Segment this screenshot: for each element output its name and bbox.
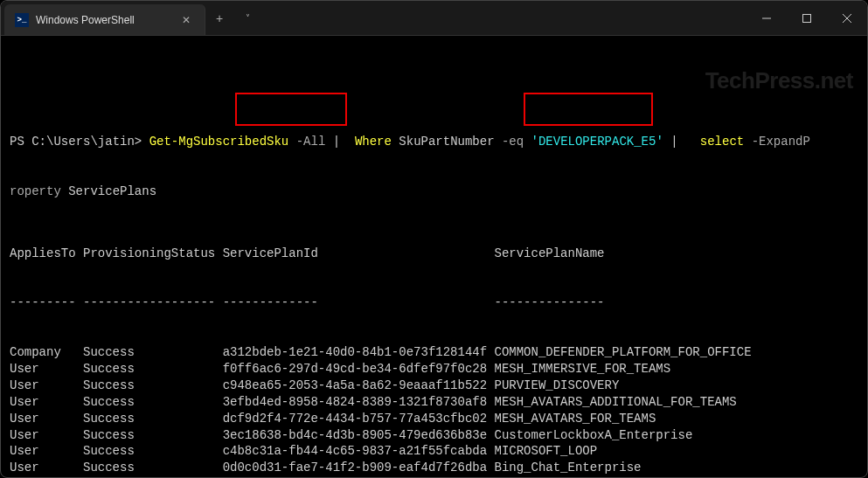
tab-close-button[interactable]: ✕ xyxy=(178,12,194,28)
table-row: Company Success a312bdeb-1e21-40d0-84b1-… xyxy=(10,344,858,361)
tab-powershell[interactable]: >_ Windows PowerShell ✕ xyxy=(4,4,205,35)
command-line: PS C:\Users\jatin> Get-MgSubscribedSku -… xyxy=(10,134,858,150)
minimize-button[interactable] xyxy=(746,1,787,36)
where: Where xyxy=(340,135,399,149)
powershell-icon: >_ xyxy=(15,13,29,27)
close-button[interactable] xyxy=(827,1,867,36)
cmdlet: Get-MgSubscribedSku xyxy=(149,135,289,149)
maximize-button[interactable] xyxy=(787,1,827,36)
pipe2: | xyxy=(663,135,685,149)
table-row: User Success 0d0c0d31-fae7-41f2-b909-eaf… xyxy=(10,460,858,476)
table-row: User Success dcf9d2f4-772e-4434-b757-77a… xyxy=(10,411,858,427)
pipe: | xyxy=(333,135,340,149)
window-controls xyxy=(746,1,867,35)
tab-title: Windows PowerShell xyxy=(36,14,171,26)
titlebar-spacer xyxy=(261,1,746,35)
eq-flag: -eq xyxy=(495,135,531,149)
column-headers: AppliesTo ProvisioningStatus ServicePlan… xyxy=(10,246,858,262)
svg-rect-1 xyxy=(803,14,811,22)
new-tab-button[interactable]: + xyxy=(205,1,233,35)
ps-prefix: PS xyxy=(10,135,31,149)
table-row: User Success 3efbd4ed-8958-4824-8389-132… xyxy=(10,394,858,411)
table-row: User Success c948ea65-2053-4a5a-8a62-9ea… xyxy=(10,378,858,394)
roperty: roperty xyxy=(10,184,68,198)
highlight-serviceplanname xyxy=(524,93,653,126)
highlight-serviceplanid xyxy=(235,93,347,126)
serviceplans: ServicePlans xyxy=(68,184,156,198)
terminal-output[interactable]: TechPress.net PS C:\Users\jatin> Get-MgS… xyxy=(1,36,867,478)
table-row: User Success 3ec18638-bd4c-4d3b-8905-479… xyxy=(10,427,858,444)
tab-dropdown-button[interactable]: ˅ xyxy=(233,1,261,35)
val: 'DEVELOPERPACK_E5' xyxy=(531,135,663,149)
titlebar: >_ Windows PowerShell ✕ + ˅ xyxy=(1,1,867,36)
watermark: TechPress.net xyxy=(705,66,853,96)
column-dividers: --------- ------------------ -----------… xyxy=(10,294,858,311)
select: select xyxy=(685,135,752,149)
expand: -ExpandP xyxy=(752,135,810,149)
table-row: User Success f0ff6ac6-297d-49cd-be34-6df… xyxy=(10,361,858,378)
table-rows: Company Success a312bdeb-1e21-40d0-84b1-… xyxy=(10,344,858,478)
path: C:\Users\jatin> xyxy=(31,135,149,149)
sku-part: SkuPartNumber xyxy=(399,135,494,149)
flag-all: -All xyxy=(288,135,332,149)
command-line-2: roperty ServicePlans xyxy=(10,184,858,200)
table-row: User Success c4b8c31a-fb44-4c65-9837-a21… xyxy=(10,443,858,460)
